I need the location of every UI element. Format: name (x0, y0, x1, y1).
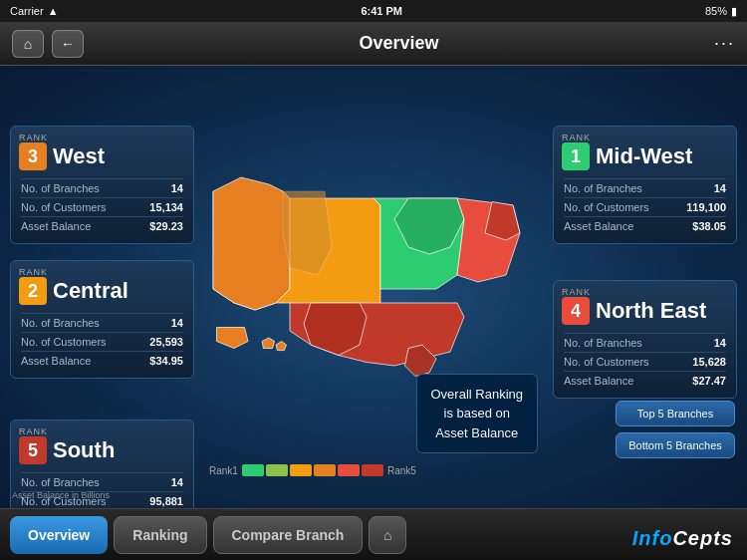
region-stats-west: No. of Branches 14 No. of Customers 15,1… (19, 176, 185, 237)
branches-value-northeast: 14 (714, 337, 726, 349)
rank-badge-midwest: 1 (562, 142, 590, 170)
customers-value-west: 15,134 (149, 201, 183, 213)
back-nav-button[interactable]: ← (52, 30, 84, 58)
customers-label: No. of Customers (21, 201, 107, 213)
asset-value-midwest: $38.05 (692, 220, 726, 232)
rank1-label: Rank1 (209, 465, 238, 476)
stat-row: No. of Branches 14 (564, 333, 726, 352)
tab-ranking[interactable]: Ranking (114, 516, 206, 554)
asset-label: Asset Balance (21, 355, 91, 367)
stat-row: No. of Branches 14 (21, 472, 183, 491)
asset-value-central: $34.95 (149, 355, 183, 367)
stat-row: Asset Balance $29.23 (21, 216, 183, 235)
swatch-1 (242, 464, 264, 476)
customers-value-northeast: 15,628 (692, 356, 726, 368)
brand-logo: InfoCepts (632, 527, 733, 550)
main-content: Rank 3 West No. of Branches 14 No. of Cu… (0, 66, 747, 508)
rank-badge-south: 5 (19, 436, 47, 464)
customers-label: No. of Customers (564, 356, 649, 368)
stat-row: Asset Balance $38.05 (564, 216, 726, 235)
stat-row: No. of Branches 14 (564, 178, 726, 197)
region-name-central: Central (53, 278, 128, 304)
nav-title: Overview (84, 33, 714, 54)
asset-value-northeast: $27.47 (692, 375, 726, 387)
asset-label: Asset Balance (21, 220, 91, 232)
branches-label: No. of Branches (564, 337, 642, 349)
carrier-label: Carrier (10, 5, 44, 17)
rank-row-northeast: 4 North East (562, 297, 728, 325)
stat-row: No. of Branches 14 (21, 313, 183, 332)
region-card-midwest[interactable]: Rank 1 Mid-West No. of Branches 14 No. o… (553, 126, 737, 244)
branches-label: No. of Branches (21, 476, 100, 488)
more-button[interactable]: ··· (714, 33, 735, 54)
nav-bar: ⌂ ← Overview ··· (0, 22, 747, 66)
customers-value-south: 95,881 (149, 495, 183, 507)
rank-badge-northeast: 4 (562, 297, 590, 325)
stat-row: No. of Customers 15,628 (564, 352, 726, 371)
nav-bar-left: ⌂ ← (12, 30, 84, 58)
status-time: 6:41 PM (361, 5, 402, 17)
branches-value-south: 14 (171, 476, 183, 488)
asset-label: Asset Balance (564, 375, 633, 387)
asset-balance-note: Asset Balance in Billions (12, 490, 110, 500)
branches-label: No. of Branches (21, 317, 100, 329)
customers-label: No. of Customers (21, 336, 107, 348)
region-stats-central: No. of Branches 14 No. of Customers 25,5… (19, 311, 185, 372)
battery-icon: ▮ (731, 5, 737, 18)
overall-ranking-text: Overall Ranking is based on Asset Balanc… (431, 387, 524, 440)
region-name-west: West (53, 143, 105, 169)
rank-row-south: 5 South (19, 436, 185, 464)
customers-value-midwest: 119,100 (686, 201, 726, 213)
overall-ranking-box: Overall Ranking is based on Asset Balanc… (416, 374, 539, 454)
home-nav-button[interactable]: ⌂ (12, 30, 44, 58)
rank-badge-central: 2 (19, 277, 47, 305)
battery-label: 85% (705, 5, 727, 17)
branches-value-central: 14 (171, 317, 183, 329)
branches-value-west: 14 (171, 182, 183, 194)
rank-label-south: Rank (19, 426, 185, 436)
region-name-northeast: North East (596, 298, 706, 324)
tab-compare-branch[interactable]: Compare Branch (213, 516, 364, 554)
rank5-label: Rank5 (387, 465, 416, 476)
region-card-northeast[interactable]: Rank 4 North East No. of Branches 14 No.… (553, 280, 737, 399)
rank-badge-west: 3 (19, 142, 47, 170)
swatch-4 (314, 464, 336, 476)
legend-container: Rank1 Rank5 (209, 464, 416, 476)
stat-row: No. of Customers 25,593 (21, 332, 183, 351)
tab-home-button[interactable]: ⌂ (369, 516, 406, 554)
branches-label: No. of Branches (21, 182, 100, 194)
rank-label-west: Rank (19, 133, 185, 142)
asset-label: Asset Balance (564, 220, 633, 232)
customers-label: No. of Customers (564, 201, 649, 213)
swatch-5 (338, 464, 360, 476)
status-right: 85% ▮ (705, 5, 737, 18)
stat-row: Asset Balance $34.95 (21, 351, 183, 370)
asset-value-west: $29.23 (149, 220, 183, 232)
rank-row-midwest: 1 Mid-West (562, 142, 728, 170)
brand-cepts: Cepts (672, 527, 733, 549)
side-buttons: Top 5 Branches Bottom 5 Branches (616, 401, 735, 458)
stat-row: No. of Customers 15,134 (21, 197, 183, 216)
rank-label-northeast: Rank (562, 287, 728, 297)
swatch-3 (290, 464, 312, 476)
stat-row: Asset Balance $27.47 (564, 371, 726, 390)
legend-bar (242, 464, 383, 476)
customers-value-central: 25,593 (149, 336, 183, 348)
status-bar: Carrier ▲ 6:41 PM 85% ▮ (0, 0, 747, 22)
swatch-2 (266, 464, 288, 476)
tab-bar: Overview Ranking Compare Branch ⌂ InfoCe… (0, 508, 747, 560)
region-card-central[interactable]: Rank 2 Central No. of Branches 14 No. of… (10, 260, 194, 379)
region-card-west[interactable]: Rank 3 West No. of Branches 14 No. of Cu… (10, 126, 194, 244)
rank-label-midwest: Rank (562, 133, 728, 142)
rank-row-west: 3 West (19, 142, 185, 170)
wifi-icon: ▲ (48, 5, 59, 17)
region-stats-midwest: No. of Branches 14 No. of Customers 119,… (562, 176, 728, 237)
stat-row: No. of Customers 119,100 (564, 197, 726, 216)
status-left: Carrier ▲ (10, 5, 59, 17)
tab-overview[interactable]: Overview (10, 516, 108, 554)
rank-label-central: Rank (19, 267, 185, 277)
top5-branches-button[interactable]: Top 5 Branches (616, 401, 735, 426)
region-name-south: South (53, 437, 115, 463)
branches-label: No. of Branches (564, 182, 642, 194)
bottom5-branches-button[interactable]: Bottom 5 Branches (616, 432, 735, 458)
